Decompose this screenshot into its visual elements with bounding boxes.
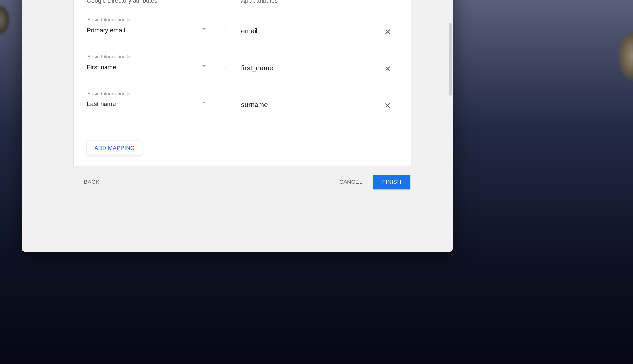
select-group-label: Basic Information > <box>87 17 208 22</box>
mapping-row: Basic Information > Primary email → <box>87 12 398 37</box>
app-attribute-input[interactable] <box>241 26 363 37</box>
google-attribute-select[interactable]: First name <box>87 62 208 74</box>
select-group-label: Basic Information > <box>87 54 208 59</box>
desktop-background: Attributes Add and select user fields in… <box>0 0 633 364</box>
app-attribute-input[interactable] <box>241 63 363 74</box>
mapping-rows: Basic Information > Primary email → <box>87 12 398 111</box>
vertical-scrollbar[interactable] <box>448 0 453 252</box>
chevron-down-icon <box>202 65 206 67</box>
column-header-app-attributes: App attributes <box>241 0 398 4</box>
mapping-row: Basic Information > Last name → <box>87 86 398 111</box>
select-value: Last name <box>87 100 116 108</box>
google-attribute-select[interactable]: Primary email <box>87 25 208 37</box>
arrow-right-icon: → <box>221 100 228 109</box>
cancel-button[interactable]: CANCEL <box>339 179 363 185</box>
remove-mapping-button[interactable]: ✕ <box>384 65 391 73</box>
chevron-down-icon <box>202 102 206 104</box>
attributes-card: Attributes Add and select user fields in… <box>73 0 411 166</box>
scrollbar-thumb[interactable] <box>449 23 452 96</box>
column-header-google-attributes: Google Directory attributes <box>87 0 241 4</box>
mapping-row: Basic Information > First name → <box>87 49 398 74</box>
app-window: Attributes Add and select user fields in… <box>22 0 453 252</box>
chevron-down-icon <box>202 28 206 30</box>
app-attribute-input[interactable] <box>241 100 363 111</box>
remove-mapping-button[interactable]: ✕ <box>384 28 391 36</box>
select-value: Primary email <box>87 27 125 34</box>
modal-backdrop: Attributes Add and select user fields in… <box>22 0 453 252</box>
google-attribute-select[interactable]: Last name <box>87 99 208 111</box>
select-group-label: Basic Information > <box>87 91 208 96</box>
add-mapping-button[interactable]: ADD MAPPING <box>87 141 142 156</box>
arrow-right-icon: → <box>221 27 228 35</box>
arrow-right-icon: → <box>221 64 228 72</box>
select-value: First name <box>87 64 116 71</box>
back-button[interactable]: BACK <box>84 179 100 185</box>
remove-mapping-button[interactable]: ✕ <box>384 102 391 110</box>
finish-button[interactable]: FINISH <box>373 175 410 189</box>
modal-footer: BACK CANCEL FINISH <box>73 169 410 195</box>
modal-container: Attributes Add and select user fields in… <box>31 0 443 196</box>
